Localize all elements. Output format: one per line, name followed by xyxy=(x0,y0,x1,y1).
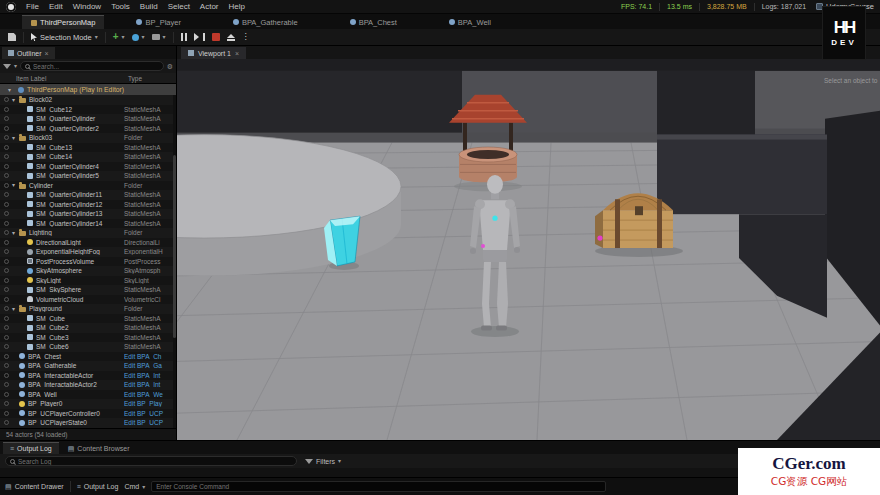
edit-blueprint-link[interactable]: Edit BPA_Ga xyxy=(124,362,172,369)
tab-output-log[interactable]: ≡Output Log xyxy=(3,442,59,454)
outliner-row[interactable]: BPA_GatherableEdit BPA_Ga xyxy=(0,361,176,371)
visibility-eye-icon[interactable] xyxy=(4,211,9,216)
tab-viewport-1[interactable]: Viewport 1 × xyxy=(181,47,246,59)
outliner-row[interactable]: BPA_WellEdit BPA_We xyxy=(0,390,176,400)
visibility-eye-icon[interactable] xyxy=(4,325,9,330)
blueprints-button[interactable]: ▾ xyxy=(132,34,145,41)
outliner-row[interactable]: SM_Cube3StaticMeshA xyxy=(0,333,176,343)
visibility-eye-icon[interactable] xyxy=(4,335,9,340)
frame-skip-button[interactable] xyxy=(194,33,205,41)
visibility-eye-icon[interactable] xyxy=(4,420,9,425)
outliner-row[interactable]: VolumetricCloudVolumetricCl xyxy=(0,295,176,305)
visibility-eye-icon[interactable] xyxy=(4,145,9,150)
edit-blueprint-link[interactable]: Edit BPA_We xyxy=(124,391,172,398)
expander-icon[interactable]: ▾ xyxy=(8,87,15,93)
visibility-eye-icon[interactable] xyxy=(4,126,9,131)
viewport-3d-scene[interactable]: Select an object to xyxy=(177,59,880,440)
tab-level-thirdpersonmap[interactable]: ThirdPersonMap xyxy=(22,15,104,29)
save-button[interactable] xyxy=(8,33,16,41)
outliner-row[interactable]: SM_Cube13StaticMeshA xyxy=(0,143,176,153)
outliner-row[interactable]: ▾Block02 xyxy=(0,95,176,105)
visibility-eye-icon[interactable] xyxy=(4,230,9,235)
visibility-eye-icon[interactable] xyxy=(4,316,9,321)
outliner-row[interactable]: SM_SkySphereStaticMeshA xyxy=(0,285,176,295)
chevron-down-icon[interactable]: ▾ xyxy=(14,63,17,69)
outliner-row[interactable]: SkyAtmosphereSkyAtmosph xyxy=(0,266,176,276)
outliner-row[interactable]: ▾Block03Folder xyxy=(0,133,176,143)
visibility-eye-icon[interactable] xyxy=(4,363,9,368)
menu-select[interactable]: Select xyxy=(163,2,195,11)
outliner-row[interactable]: SM_QuarterCylinder13StaticMeshA xyxy=(0,209,176,219)
visibility-eye-icon[interactable] xyxy=(4,306,9,311)
visibility-eye-icon[interactable] xyxy=(4,344,9,349)
visibility-eye-icon[interactable] xyxy=(4,173,9,178)
visibility-eye-icon[interactable] xyxy=(4,354,9,359)
visibility-eye-icon[interactable] xyxy=(4,135,9,140)
settings-gear-icon[interactable]: ⚙ xyxy=(167,63,173,70)
cinematics-button[interactable]: ▾ xyxy=(152,34,166,40)
edit-blueprint-link[interactable]: Edit BPA_Ch xyxy=(124,353,172,360)
edit-blueprint-link[interactable]: Edit BPA_Int xyxy=(124,372,172,379)
outliner-row[interactable]: SM_QuarterCylinder14StaticMeshA xyxy=(0,219,176,229)
pause-button[interactable] xyxy=(181,33,187,41)
unreal-logo-icon[interactable] xyxy=(6,2,16,12)
menu-edit[interactable]: Edit xyxy=(44,2,68,11)
outliner-row[interactable]: BPA_ChestEdit BPA_Ch xyxy=(0,352,176,362)
tab-content-browser[interactable]: ▤Content Browser xyxy=(61,442,137,454)
close-icon[interactable]: × xyxy=(45,50,49,57)
log-search-input[interactable] xyxy=(18,458,292,465)
content-drawer-button[interactable]: ▤ Content Drawer xyxy=(5,483,64,490)
outliner-row[interactable]: SM_QuarterCylinder5StaticMeshA xyxy=(0,171,176,181)
outliner-row[interactable]: BP_UCPlayerController0Edit BP_UCP xyxy=(0,409,176,419)
edit-blueprint-link[interactable]: Edit BP_Play xyxy=(124,400,172,407)
visibility-eye-icon[interactable] xyxy=(4,249,9,254)
selection-mode-dropdown[interactable]: Selection Mode ▾ xyxy=(31,33,98,42)
outliner-row[interactable]: BP_UCPlayerState0Edit BP_UCP xyxy=(0,418,176,428)
outliner-row[interactable]: SM_QuarterCylinder12StaticMeshA xyxy=(0,200,176,210)
outliner-row[interactable]: SM_QuarterCylinder2StaticMeshA xyxy=(0,124,176,134)
outliner-row[interactable]: ▾LightingFolder xyxy=(0,228,176,238)
console-command-box[interactable] xyxy=(151,481,606,492)
tab-asset-bpa_well[interactable]: BPA_Well xyxy=(443,15,497,29)
expander-icon[interactable]: ▾ xyxy=(12,135,19,141)
outliner-row[interactable]: ▾CylinderFolder xyxy=(0,181,176,191)
output-log-button[interactable]: ≡ Output Log xyxy=(77,483,119,490)
visibility-eye-icon[interactable] xyxy=(4,154,9,159)
expander-icon[interactable]: ▾ xyxy=(12,230,19,236)
outliner-scrollbar[interactable] xyxy=(173,95,176,428)
tab-outliner[interactable]: Outliner × xyxy=(2,47,55,59)
expander-icon[interactable]: ▾ xyxy=(12,306,19,312)
visibility-eye-icon[interactable] xyxy=(4,97,9,102)
visibility-eye-icon[interactable] xyxy=(4,392,9,397)
visibility-eye-icon[interactable] xyxy=(4,202,9,207)
outliner-row[interactable]: SM_QuarterCylinderStaticMeshA xyxy=(0,114,176,124)
column-type[interactable]: Type xyxy=(128,75,176,82)
visibility-eye-icon[interactable] xyxy=(4,373,9,378)
expander-icon[interactable]: ▾ xyxy=(12,182,19,188)
visibility-eye-icon[interactable] xyxy=(4,116,9,121)
visibility-eye-icon[interactable] xyxy=(4,382,9,387)
visibility-eye-icon[interactable] xyxy=(4,278,9,283)
outliner-row[interactable]: SkyLightSkyLight xyxy=(0,276,176,286)
scene-svg[interactable] xyxy=(177,59,880,440)
eject-button[interactable] xyxy=(227,34,235,41)
visibility-eye-icon[interactable] xyxy=(4,287,9,292)
visibility-eye-icon[interactable] xyxy=(4,240,9,245)
filter-icon[interactable] xyxy=(3,64,11,69)
menu-actor[interactable]: Actor xyxy=(195,2,224,11)
outliner-world-row[interactable]: ▾ ThirdPersonMap (Play In Editor) xyxy=(0,84,176,95)
menu-tools[interactable]: Tools xyxy=(106,2,135,11)
outliner-row[interactable]: ▾PlaygroundFolder xyxy=(0,304,176,314)
outliner-row[interactable]: SM_Cube14StaticMeshA xyxy=(0,152,176,162)
outliner-row[interactable]: SM_QuarterCylinder11StaticMeshA xyxy=(0,190,176,200)
visibility-eye-icon[interactable] xyxy=(4,164,9,169)
visibility-eye-icon[interactable] xyxy=(4,192,9,197)
menu-build[interactable]: Build xyxy=(135,2,163,11)
outliner-row[interactable]: DirectionalLightDirectionalLi xyxy=(0,238,176,248)
visibility-eye-icon[interactable] xyxy=(4,411,9,416)
visibility-eye-icon[interactable] xyxy=(4,183,9,188)
stop-button[interactable] xyxy=(212,33,220,41)
edit-blueprint-link[interactable]: Edit BPA_Int xyxy=(124,381,172,388)
outliner-row[interactable]: BPA_InteractableActorEdit BPA_Int xyxy=(0,371,176,381)
outliner-row[interactable]: BPA_InteractableActor2Edit BPA_Int xyxy=(0,380,176,390)
